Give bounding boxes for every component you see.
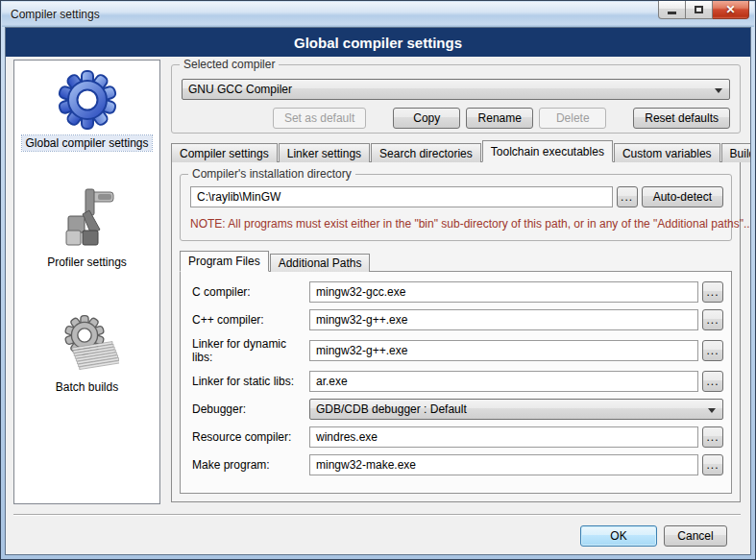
program-files-tabstrip: Program Files Additional Paths [180, 251, 371, 272]
footer-separator [13, 514, 741, 515]
close-button[interactable]: ✕ [713, 1, 749, 19]
installation-directory-row: C:\raylib\MinGW ... Auto-detect [190, 186, 723, 207]
sidebar-item-label: Batch builds [53, 379, 121, 395]
compiler-settings-window: Compiler settings ✕ Global compiler sett… [0, 0, 756, 560]
settings-tab[interactable]: Custom variables [614, 143, 720, 162]
installation-directory-input[interactable]: C:\raylib\MinGW [190, 186, 613, 207]
field-label: Resource compiler: [192, 430, 309, 444]
settings-tabstrip: Compiler settings Linker settings Search… [171, 140, 741, 162]
field-row: Make program: mingw32-make.exe ... [192, 454, 723, 475]
footer-buttons: OK Cancel [580, 525, 727, 547]
field-input[interactable]: ar.exe [309, 371, 698, 392]
compiler-action-button[interactable]: Delete [539, 108, 606, 129]
compiler-select[interactable]: GNU GCC Compiler [182, 79, 730, 100]
compiler-select-value: GNU GCC Compiler [188, 83, 292, 96]
program-files-panel: C compiler: mingw32-gcc.exe ... C++ comp… [180, 271, 732, 494]
field-browse-button[interactable]: ... [702, 309, 723, 330]
close-icon: ✕ [725, 4, 735, 15]
installation-directory-group: Compiler's installation directory C:\ray… [180, 174, 732, 241]
sub-tab[interactable]: Program Files [180, 251, 269, 272]
installation-directory-group-label: Compiler's installation directory [188, 167, 355, 181]
installation-note: NOTE: All programs must exist either in … [190, 217, 751, 231]
field-browse-button[interactable]: ... [702, 454, 723, 475]
field-label: Make program: [192, 458, 309, 472]
settings-tab[interactable]: Search directories [371, 143, 481, 162]
compiler-action-button[interactable]: Copy [393, 108, 460, 129]
selected-compiler-group: Selected compiler GNU GCC Compiler Set a… [171, 64, 741, 134]
settings-tab[interactable]: Linker settings [279, 143, 370, 162]
sidebar-item[interactable]: Global compiler settings [14, 68, 159, 151]
field-row: C++ compiler: mingw32-g++.exe ... [192, 309, 723, 330]
titlebar[interactable]: Compiler settings [2, 2, 754, 27]
gear-blue-icon [56, 68, 119, 132]
installation-directory-browse-button[interactable]: ... [617, 186, 638, 207]
field-browse-button[interactable]: ... [702, 340, 723, 361]
field-browse-button[interactable]: ... [702, 426, 723, 448]
maximize-button[interactable] [686, 1, 713, 19]
settings-tab[interactable]: Compiler settings [171, 143, 278, 162]
field-input[interactable]: mingw32-make.exe [309, 454, 698, 475]
field-input[interactable]: mingw32-g++.exe [309, 309, 698, 330]
field-browse-button[interactable]: ... [702, 371, 723, 392]
cancel-button[interactable]: Cancel [664, 525, 727, 547]
toolchain-executables-page: Compiler's installation directory C:\ray… [171, 161, 741, 502]
field-row: C compiler: mingw32-gcc.exe ... [192, 281, 723, 303]
field-input[interactable]: mingw32-g++.exe [309, 340, 698, 361]
dialog-client-area: Global compiler settings Global compiler… [5, 27, 751, 555]
field-input[interactable]: GDB/CDB debugger : Default [309, 399, 723, 420]
settings-tab[interactable]: Build options [721, 143, 751, 162]
field-label: Linker for dynamic libs: [192, 337, 309, 364]
sidebar-item-label: Global compiler settings [22, 135, 151, 151]
field-label: Debugger: [192, 402, 309, 416]
minimize-button[interactable] [658, 1, 686, 19]
sidebar-item[interactable]: Batch builds [14, 312, 159, 395]
minimize-icon [668, 12, 676, 14]
field-row: Debugger: GDB/CDB debugger : Default [192, 399, 723, 420]
sidebar-item[interactable]: Profiler settings [14, 187, 159, 270]
field-label: C++ compiler: [192, 313, 309, 327]
settings-tab[interactable]: Toolchain executables [482, 140, 613, 162]
window-title: Compiler settings [2, 8, 100, 21]
auto-detect-button[interactable]: Auto-detect [642, 186, 723, 207]
compiler-action-button[interactable]: Set as default [273, 108, 366, 129]
field-input[interactable]: mingw32-gcc.exe [309, 281, 698, 303]
ok-button[interactable]: OK [580, 525, 657, 547]
sidebar-item-label: Profiler settings [44, 255, 130, 270]
page-title: Global compiler settings [294, 35, 462, 51]
compiler-action-button[interactable]: Reset defaults [633, 108, 730, 129]
profiler-icon [56, 187, 119, 251]
page-header: Global compiler settings [6, 28, 750, 57]
field-label: C compiler: [192, 285, 309, 299]
compiler-action-buttons: Set as default Copy Rename Delete Reset … [267, 108, 730, 129]
settings-category-list: Global compiler settings Profiler settin… [13, 60, 160, 504]
field-label: Linker for static libs: [192, 375, 309, 388]
field-row: Resource compiler: windres.exe ... [192, 426, 723, 448]
field-row: Linker for static libs: ar.exe ... [192, 371, 723, 392]
field-browse-button[interactable]: ... [702, 281, 723, 303]
field-input[interactable]: windres.exe [309, 426, 698, 448]
field-row: Linker for dynamic libs: mingw32-g++.exe… [192, 337, 723, 364]
window-controls: ✕ [658, 1, 749, 19]
batch-builds-icon [56, 312, 119, 376]
selected-compiler-group-label: Selected compiler [180, 58, 279, 71]
maximize-icon [695, 6, 703, 13]
sub-tab[interactable]: Additional Paths [270, 254, 371, 272]
compiler-action-button[interactable]: Rename [466, 108, 533, 129]
